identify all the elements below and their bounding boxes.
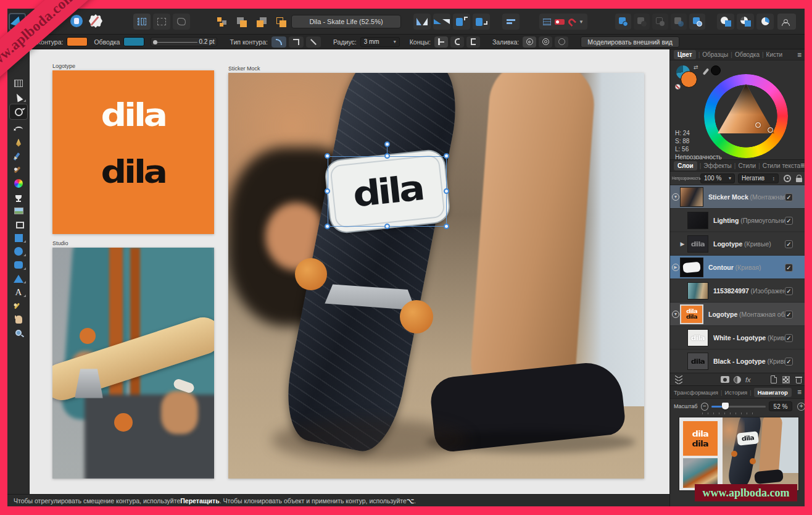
tab-stroke[interactable]: Обводка — [735, 51, 760, 58]
artboard-label-logotype[interactable]: Logotype — [52, 63, 75, 69]
boolean-intersect-icon[interactable] — [652, 14, 668, 30]
fill-mode-auto-icon[interactable] — [523, 36, 536, 48]
tab-color[interactable]: Цвет — [674, 50, 696, 59]
selection-handle-nw[interactable] — [325, 153, 330, 159]
color-panel-menu-icon[interactable]: ≡ — [797, 51, 802, 59]
artboard-tool[interactable] — [10, 78, 27, 89]
new-pixel-layer-icon[interactable] — [782, 376, 790, 383]
geometry-crescent-icon[interactable] — [737, 14, 754, 30]
cap-square-icon[interactable] — [466, 36, 480, 48]
layer-visibility-checkbox[interactable]: ✓ — [785, 311, 793, 319]
artboard-logotype[interactable]: dila dila — [52, 70, 214, 234]
pen-tool[interactable] — [10, 137, 27, 148]
tab-text-styles[interactable]: Стили текста — [763, 162, 800, 169]
pixel-grid-icon[interactable] — [543, 19, 551, 25]
stroke-color-swatch[interactable] — [123, 37, 144, 46]
emulate-appearance-button[interactable]: Моделировать внешний вид — [581, 36, 679, 48]
geometry-pie-icon[interactable] — [756, 14, 774, 30]
contour-type-round-icon[interactable] — [271, 36, 286, 48]
color-picker-tool[interactable] — [10, 300, 27, 311]
tab-layers[interactable]: Слои — [674, 161, 697, 170]
tab-styles[interactable]: Стили — [738, 162, 756, 169]
tab-transform[interactable]: Трансформация — [674, 389, 718, 396]
text-tool[interactable]: A — [10, 287, 27, 298]
move-to-front-icon[interactable] — [273, 14, 290, 30]
navigator-preview[interactable]: dila dila dila — [679, 417, 798, 490]
cap-butt-icon[interactable] — [434, 36, 448, 48]
move-forward-icon[interactable] — [253, 14, 270, 30]
snap-toggle-icon[interactable] — [555, 19, 565, 25]
layer-row-black-logotype[interactable]: dila Black - Logotype (Кривые) ✓ — [670, 350, 805, 373]
swap-colors-icon[interactable]: ⇄ — [694, 64, 698, 70]
layer-visibility-checkbox[interactable]: ✓ — [785, 217, 793, 225]
layer-visibility-checkbox[interactable]: ✓ — [785, 264, 793, 272]
color-marker-ring[interactable] — [768, 127, 773, 133]
layer-visibility-checkbox[interactable]: ✓ — [785, 334, 793, 342]
document-title-button[interactable]: Dila - Skate Life (52.5%) — [291, 15, 401, 28]
pencil-tool[interactable] — [10, 151, 27, 162]
expand-icon[interactable]: ▶ — [679, 240, 686, 248]
contour-type-miter-icon[interactable] — [289, 36, 304, 48]
selection-handle-ne[interactable] — [444, 153, 449, 159]
layer-settings-gear-icon[interactable] — [784, 175, 791, 182]
artboard-sticker-mock[interactable]: dila — [228, 73, 644, 479]
canvas-viewport[interactable]: Logotype dila dila Studio — [30, 49, 669, 494]
tab-brushes[interactable]: Кисти — [766, 51, 783, 58]
layer-row-contour[interactable]: ▶ Contour (Кривая) ✓ — [670, 256, 805, 279]
zoom-value-box[interactable]: 52 % — [769, 401, 793, 411]
delete-layer-trash-icon[interactable] — [795, 375, 802, 383]
no-color-icon[interactable] — [675, 84, 681, 90]
tab-history[interactable]: История — [724, 389, 747, 396]
collapse-icon[interactable]: ▼ — [672, 311, 679, 318]
layer-visibility-checkbox[interactable]: ✓ — [785, 358, 793, 366]
artboard-studio[interactable] — [52, 248, 214, 479]
selection-handle-w[interactable] — [325, 188, 330, 194]
insert-behind-icon[interactable] — [473, 14, 490, 30]
flower-icon[interactable] — [89, 14, 102, 28]
layer-row-image[interactable]: 1153824997 (Изображение ✓ — [670, 279, 805, 303]
layer-visibility-checkbox[interactable]: ✓ — [785, 240, 793, 248]
flip-horizontal-icon[interactable] — [413, 14, 431, 30]
layer-row-logotype-artboard[interactable]: ▼ dila dila Logotype (Монтажная област ✓ — [670, 303, 805, 326]
selection-handle-sw[interactable] — [325, 224, 330, 229]
geometry-circle-square-icon[interactable] — [717, 14, 734, 30]
ellipse-tool[interactable] — [10, 246, 27, 257]
triangle-tool[interactable] — [10, 273, 27, 284]
layer-lock-icon[interactable] — [796, 175, 802, 182]
snapping-dropdown-arrow-icon[interactable]: ▼ — [579, 19, 584, 25]
fill-color-swatch[interactable] — [67, 37, 88, 46]
boolean-xor-icon[interactable] — [671, 14, 687, 30]
tab-swatches[interactable]: Образцы — [702, 51, 728, 58]
blend-mode-dropdown[interactable]: Негатив ↕ — [738, 174, 779, 183]
move-to-back-icon[interactable] — [233, 14, 251, 30]
image-place-tool[interactable] — [10, 205, 27, 216]
boolean-add-icon[interactable] — [615, 14, 631, 30]
new-layer-icon[interactable] — [771, 375, 777, 383]
color-marker-inner[interactable] — [755, 122, 761, 128]
layer-row-logotype-curves[interactable]: ▶ dila Logotype (Кривые) ✓ — [670, 232, 805, 256]
badge-icon[interactable] — [70, 15, 83, 27]
tab-navigator[interactable]: Навигатор — [754, 388, 792, 397]
layers-panel-menu-icon[interactable]: ≡ — [800, 161, 805, 170]
mask-layer-icon[interactable] — [721, 376, 729, 383]
move-tool[interactable] — [10, 91, 27, 103]
rounded-rectangle-tool[interactable] — [10, 259, 27, 270]
fill-stroke-indicator[interactable]: ⇄ — [675, 65, 702, 93]
contour-type-bevel-icon[interactable] — [306, 36, 321, 48]
brush-tool[interactable] — [10, 164, 27, 175]
selection-handle-n[interactable] — [384, 153, 390, 159]
artboard-label-sticker-mock[interactable]: Sticker Mock — [228, 65, 260, 72]
boolean-divide-icon[interactable] — [689, 14, 705, 30]
pixel-brush-tool[interactable] — [10, 178, 27, 189]
layer-row-white-logotype[interactable]: dila White - Logotype (Кривые) ✓ — [670, 326, 805, 350]
selection-handle-s[interactable] — [384, 224, 390, 229]
layer-visibility-checkbox[interactable]: ✓ — [785, 193, 793, 201]
layer-visibility-checkbox[interactable]: ✓ — [785, 287, 793, 295]
guides-icon[interactable] — [153, 14, 170, 30]
insert-inside-icon[interactable] — [453, 14, 470, 30]
layer-row-lighting[interactable]: Lighting (Прямоугольник) ✓ — [670, 209, 805, 232]
eyedropper-icon[interactable] — [703, 68, 710, 75]
rectangle-tool[interactable] — [10, 232, 27, 243]
picked-color-well[interactable] — [711, 65, 721, 75]
expand-icon[interactable]: ▶ — [672, 264, 679, 271]
